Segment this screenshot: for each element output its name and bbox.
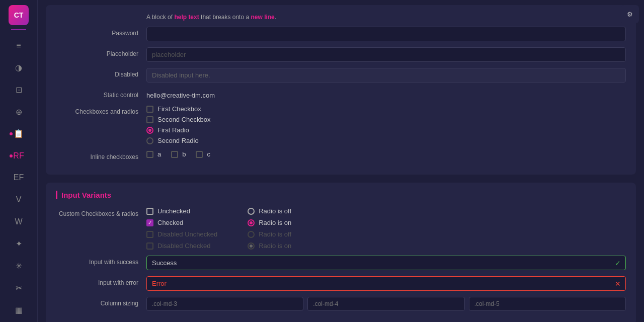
first-radio[interactable] xyxy=(146,127,153,134)
placeholder-control xyxy=(146,47,626,62)
error-control: ✕ xyxy=(146,276,626,291)
second-checkbox[interactable] xyxy=(146,116,153,123)
sidebar-logo[interactable]: CT xyxy=(9,5,29,25)
disabled-label: Disabled xyxy=(56,68,146,78)
first-checkbox-label: First Checkbox xyxy=(157,105,201,113)
radio-off-1[interactable] xyxy=(248,208,255,215)
disabled-row: Disabled xyxy=(56,68,626,83)
disabled-checked-item: Disabled Checked xyxy=(146,242,217,250)
static-label: Static control xyxy=(56,89,146,99)
group-icon: ⊕ xyxy=(16,107,22,117)
static-value: hello@creative-tim.com xyxy=(146,89,626,99)
custom-variants-control: Unchecked Checked Disabled Unchecked xyxy=(146,207,626,250)
disabled-control xyxy=(146,68,626,83)
sidebar-item-star[interactable]: ✦ xyxy=(9,234,29,254)
radio-off-2-item: Radio is off xyxy=(248,230,291,238)
sidebar-item-clipboard[interactable]: 📋 xyxy=(9,124,29,144)
error-input[interactable] xyxy=(146,276,626,291)
sidebar-item-ef[interactable]: EF xyxy=(9,168,29,188)
success-input-wrapper: ✓ xyxy=(146,256,626,270)
static-row: Static control hello@creative-tim.com xyxy=(56,89,626,99)
first-radio-label: First Radio xyxy=(157,126,189,134)
star-icon: ✦ xyxy=(16,239,22,249)
password-label: Password xyxy=(56,27,146,37)
dot-indicator xyxy=(10,132,13,135)
inline-a-item: a xyxy=(146,150,161,158)
password-row: Password xyxy=(56,27,626,41)
password-input[interactable] xyxy=(146,27,626,41)
inline-a-label: a xyxy=(157,150,161,158)
checkbox-group: First Checkbox Second Checkbox First Rad… xyxy=(146,105,626,144)
first-checkbox[interactable] xyxy=(146,106,153,113)
radio-off-1-item: Radio is off xyxy=(248,207,291,215)
success-input[interactable] xyxy=(146,256,626,270)
second-radio[interactable] xyxy=(146,137,153,144)
sidebar-item-chart[interactable]: ◑ xyxy=(9,58,29,78)
checked-checkbox[interactable] xyxy=(146,219,153,226)
sidebar-item-bar[interactable]: ▦ xyxy=(9,300,29,320)
sidebar-item-group[interactable]: ⊕ xyxy=(9,102,29,122)
placeholder-row: Placeholder xyxy=(56,47,626,62)
inline-checkbox-a[interactable] xyxy=(146,151,153,158)
radio-on-1-item: Radio is on xyxy=(248,219,291,226)
rf-icon: RF xyxy=(13,151,24,160)
unchecked-checkbox[interactable] xyxy=(146,208,153,215)
error-row: Input with error ✕ xyxy=(56,276,626,291)
inline-checkbox-c[interactable] xyxy=(196,151,203,158)
placeholder-input[interactable] xyxy=(146,47,626,62)
radio-on-2-label: Radio is on xyxy=(259,242,291,250)
sidebar: CT ≡ ◑ ⊡ ⊕ 📋 RF EF V W ✦ ✳ ✂ ▦ xyxy=(0,0,38,322)
inline-b-label: b xyxy=(182,150,186,158)
success-control: ✓ xyxy=(146,256,626,270)
radio-off-1-label: Radio is off xyxy=(259,207,291,215)
radio-on-2 xyxy=(248,243,255,250)
disabled-unchecked-label: Disabled Unchecked xyxy=(157,230,217,238)
radio-off-2-label: Radio is off xyxy=(259,230,291,238)
static-control: hello@creative-tim.com xyxy=(146,89,626,99)
chart-icon: ◑ xyxy=(15,63,22,72)
sidebar-item-w[interactable]: W xyxy=(9,212,29,232)
radio-off-2 xyxy=(248,231,255,238)
error-input-wrapper: ✕ xyxy=(146,276,626,291)
sidebar-item-v[interactable]: V xyxy=(9,190,29,210)
disabled-checked-checkbox xyxy=(146,243,153,250)
placeholder-label: Placeholder xyxy=(56,47,146,57)
col-sizing-control: .col-md-3 .col-md-4 .col-md-5 xyxy=(146,297,626,311)
sidebar-item-wrench[interactable]: ✂ xyxy=(9,278,29,298)
success-row: Input with success ✓ xyxy=(56,256,626,270)
inline-b-item: b xyxy=(171,150,186,158)
radio-variants-col: Radio is off Radio is on Radio is off xyxy=(248,207,291,250)
second-radio-label: Second Radio xyxy=(157,137,199,144)
disabled-unchecked-checkbox xyxy=(146,231,153,238)
person-icon: ⊡ xyxy=(16,85,22,95)
sidebar-item-person[interactable]: ⊡ xyxy=(9,79,29,100)
gear-icon: ⚙ xyxy=(627,11,633,18)
main-content: A block of help text that breaks onto a … xyxy=(38,0,644,322)
inline-checkbox-b[interactable] xyxy=(171,151,178,158)
list-icon: ≡ xyxy=(16,41,21,50)
variants-section-title: Input Variants xyxy=(56,191,626,199)
inline-check-group: a b c xyxy=(146,150,626,158)
col-sizing-row: Column sizing .col-md-3 .col-md-4 .col-m… xyxy=(56,297,626,311)
sidebar-item-pin[interactable]: ✳ xyxy=(9,256,29,276)
help-text: A block of help text that breaks onto a … xyxy=(146,14,276,21)
v-icon: V xyxy=(16,195,22,204)
gear-button[interactable]: ⚙ xyxy=(621,5,639,23)
inline-checkboxes-label: Inline checkboxes xyxy=(56,150,146,160)
w-icon: W xyxy=(15,217,22,226)
custom-variants-row: Custom Checkboxes & radios Unchecked Che… xyxy=(56,207,626,250)
sidebar-item-list[interactable]: ≡ xyxy=(9,36,29,56)
first-radio-item: First Radio xyxy=(146,126,626,134)
col-grid: .col-md-3 .col-md-4 .col-md-5 xyxy=(146,297,626,311)
wrench-icon: ✂ xyxy=(16,283,22,293)
inline-checkboxes-control: a b c xyxy=(146,150,626,158)
unchecked-label: Unchecked xyxy=(157,207,190,215)
pin-icon: ✳ xyxy=(16,261,22,271)
error-label: Input with error xyxy=(56,276,146,286)
bar-chart-icon: ▦ xyxy=(15,305,23,315)
second-checkbox-item: Second Checkbox xyxy=(146,116,626,123)
sidebar-item-rf[interactable]: RF xyxy=(9,146,29,166)
radio-on-1[interactable] xyxy=(248,219,255,226)
custom-variants-label: Custom Checkboxes & radios xyxy=(56,207,146,217)
disabled-input xyxy=(146,68,626,83)
